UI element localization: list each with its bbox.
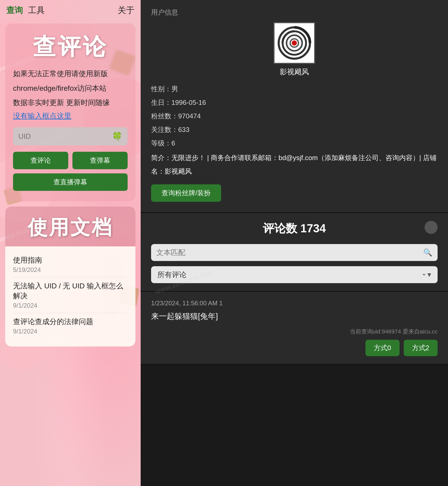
comment-item: 1/23/2024, 11:56:00 AM 1 来一起躲猫猫[兔年] 当前查询…	[141, 292, 448, 365]
query-fans-button[interactable]: 查询粉丝牌/装扮	[151, 184, 221, 202]
no-input-link[interactable]: 没有输入框点这里	[13, 112, 71, 120]
doc-item-date-2: 9/1/2024	[13, 302, 128, 309]
doc-item-2[interactable]: 无法输入 UID / 无 UID 输入框怎么解决 9/1/2024	[13, 277, 128, 313]
main-title: 查评论	[13, 31, 128, 62]
user-fans: 粉丝数：970474	[151, 109, 438, 123]
comments-count-title: 评论数 1734	[151, 221, 438, 236]
doc-item-title-3: 查评论查成分的法律问题	[13, 317, 128, 327]
main-query-card: 查评论 如果无法正常使用请使用新版 chrome/edge/firefox访问本…	[5, 23, 135, 201]
query-danmu-button[interactable]: 查弹幕	[72, 152, 128, 169]
bio-content: 无限进步！ | 商务合作请联系邮箱：bd@ysjf.com（添加麻烦备注公司、咨…	[151, 154, 437, 175]
user-birthday: 生日：1996-05-16	[151, 96, 438, 109]
comment-actions: 方式0 方式2	[151, 340, 438, 356]
query-live-danmu-button[interactable]: 查直播弹幕	[13, 173, 128, 191]
user-gender: 性别：男	[151, 82, 438, 96]
method2-button[interactable]: 方式2	[404, 340, 438, 356]
uid-input[interactable]	[18, 132, 112, 141]
docs-title: 使用文档	[13, 214, 128, 241]
comments-section: 评论数 1734 🔍 所有评论 仅主评论 仅子评论 ▼ WWW.ABSKOOP.…	[141, 213, 448, 292]
chevron-down-icon: ▼	[426, 271, 432, 278]
search-box: 🔍	[151, 244, 438, 261]
doc-item-date-1: 5/19/2024	[13, 266, 128, 274]
comment-meta: 1/23/2024, 11:56:00 AM 1	[151, 300, 438, 307]
doc-item-1[interactable]: 使用指南 5/19/2024	[13, 252, 128, 277]
filter-select[interactable]: 所有评论 仅主评论 仅子评论	[156, 270, 426, 279]
comment-footer: 当前查询uid:946974 爱来自aicu.cc	[151, 328, 438, 336]
user-info-section: 用户信息 影视飓风	[141, 0, 448, 213]
doc-item-title-2: 无法输入 UID / 无 UID 输入框怎么解决	[13, 281, 128, 301]
method0-button[interactable]: 方式0	[365, 340, 399, 356]
user-level: 等级：6	[151, 136, 438, 150]
uid-input-wrap: 🍀	[13, 127, 128, 145]
left-panel: WWW.ABSKOOP.COM WWW.ABSKOOP.COM WWW.ABSK…	[0, 0, 141, 486]
nav-query[interactable]: 查询	[6, 5, 23, 16]
top-nav: 查询 工具 关于	[0, 0, 141, 21]
search-input[interactable]	[156, 248, 423, 257]
comment-text: 来一起躲猫猫[兔年]	[151, 310, 438, 323]
nav-about[interactable]: 关于	[118, 5, 134, 16]
docs-list: 使用指南 5/19/2024 无法输入 UID / 无 UID 输入框怎么解决 …	[5, 246, 135, 347]
doc-item-title-1: 使用指南	[13, 255, 128, 265]
avatar-area: 影视飓风	[151, 22, 438, 77]
notice-line3: 数据非实时更新 更新时间随缘	[13, 96, 128, 109]
avatar-svg	[276, 25, 313, 61]
user-details: 性别：男 生日：1996-05-16 粉丝数：970474 关注数：633 等级…	[151, 82, 438, 178]
circle-icon	[425, 221, 438, 234]
nav-tools[interactable]: 工具	[28, 5, 45, 16]
right-panel: 用户信息 影视飓风	[141, 0, 448, 486]
section-label: 用户信息	[151, 8, 438, 17]
action-buttons: 查评论 查弹幕 查直播弹幕	[13, 152, 128, 191]
uid-footer-text: 当前查询uid:946974 爱来自aicu.cc	[350, 328, 438, 336]
svg-point-5	[292, 40, 297, 46]
search-icon[interactable]: 🔍	[423, 248, 432, 257]
clover-icon: 🍀	[112, 131, 122, 141]
docs-header: 使用文档	[5, 206, 135, 246]
user-following: 关注数：633	[151, 123, 438, 136]
bio-label: 简介：	[151, 154, 171, 162]
notice-line1: 如果无法正常使用请使用新版	[13, 68, 128, 80]
user-bio: 简介：无限进步！ | 商务合作请联系邮箱：bd@ysjf.com（添加麻烦备注公…	[151, 151, 438, 178]
notice-line2: chrome/edge/firefox访问本站	[13, 82, 128, 95]
doc-item-date-3: 9/1/2024	[13, 328, 128, 335]
avatar-name: 影视飓风	[280, 67, 309, 77]
doc-item-3[interactable]: 查评论查成分的法律问题 9/1/2024	[13, 313, 128, 339]
avatar-container	[273, 22, 315, 64]
filter-select-wrap: 所有评论 仅主评论 仅子评论 ▼	[151, 266, 438, 283]
docs-card: 使用文档 使用指南 5/19/2024 无法输入 UID / 无 UID 输入框…	[5, 206, 135, 347]
query-comments-button[interactable]: 查评论	[13, 152, 68, 169]
